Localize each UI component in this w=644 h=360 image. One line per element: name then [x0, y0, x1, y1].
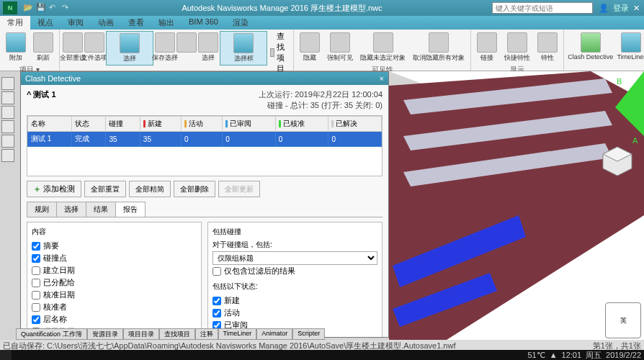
close-icon[interactable]: ✕: [633, 4, 640, 13]
ribbon-选择[interactable]: 选择: [198, 31, 218, 64]
qat-open-icon[interactable]: 📂: [23, 3, 33, 13]
ribbon-隐藏未选定对象[interactable]: 隐藏未选定对象: [357, 31, 408, 64]
ribbon-强制可见[interactable]: 强制可见: [324, 31, 356, 64]
ribbon-隐藏[interactable]: 隐藏: [297, 31, 323, 64]
ribbon-btn[interactable]: [176, 31, 197, 55]
ribbon-取消隐藏所有对象[interactable]: 取消隐藏所有对象: [410, 31, 468, 64]
zoom-icon[interactable]: [1, 106, 14, 119]
col-header[interactable]: 已解决: [328, 117, 382, 132]
dock-tab-Quantification 工作簿[interactable]: Quantification 工作簿: [16, 328, 87, 340]
menu-tab-2[interactable]: 审阅: [61, 16, 91, 30]
panel-titlebar[interactable]: Clash Detective ×: [21, 72, 388, 85]
dock-tab-注释[interactable]: 注释: [195, 328, 218, 340]
ribbon-链接[interactable]: 链接: [474, 31, 500, 64]
tests-table[interactable]: 名称状态碰撞新建活动已审阅已核准已解决 测试 1完成35350000: [27, 115, 383, 176]
menu-tab-4[interactable]: 查看: [121, 16, 151, 30]
chk-活动[interactable]: 活动: [213, 307, 377, 319]
user-icon[interactable]: 👤: [599, 4, 609, 13]
ribbon-文件选项[interactable]: 文件选项: [84, 31, 104, 64]
menu-tab-3[interactable]: 动画: [91, 16, 121, 30]
pan-icon[interactable]: [1, 91, 14, 104]
chk-核准者[interactable]: 核准者: [32, 301, 197, 313]
col-header[interactable]: 新建: [140, 117, 181, 132]
col-header[interactable]: 已审阅: [223, 117, 276, 132]
workspace: B A Clash Detective × ^ 测试 1 上次运行: 2019年…: [0, 71, 644, 340]
app-icon[interactable]: N: [3, 1, 17, 14]
windows-taskbar[interactable]: 51℃ ▲ 12:01 周五 2019/2/22: [0, 350, 644, 360]
ribbon-选择框[interactable]: 选择框: [220, 31, 267, 66]
docked-panel-tabs: Quantification 工作簿资源目录项目目录查找项目注释TimeLine…: [16, 328, 325, 340]
ribbon-TimeLiner[interactable]: TimeLiner: [615, 31, 644, 62]
dock-tab-查找项目[interactable]: 查找项目: [159, 328, 195, 340]
content-fieldset: 内容 摘要碰撞点建立日期已分配给核准日期核准者层名称项目路径项目 ID: [27, 222, 202, 337]
qat-redo-icon[interactable]: ↷: [62, 3, 72, 13]
reset-all-button[interactable]: 全部重置: [84, 181, 126, 197]
menu-tab-6[interactable]: BIM 360: [182, 16, 225, 30]
help-search-input[interactable]: [492, 2, 593, 14]
status-bar: 已自动保存: C:\Users\清浅七七\AppData\Roaming\Aut…: [0, 340, 644, 350]
qat-undo-icon[interactable]: ↶: [49, 3, 59, 13]
dock-tab-项目目录[interactable]: 项目目录: [123, 328, 159, 340]
login-link[interactable]: 登录: [613, 3, 629, 14]
table-row[interactable]: 测试 1完成35350000: [28, 132, 382, 147]
chk-摘要[interactable]: 摘要: [32, 240, 197, 252]
col-header[interactable]: 已核准: [275, 117, 328, 132]
orbit-icon[interactable]: [1, 120, 14, 133]
view-cube[interactable]: [599, 143, 635, 179]
look-icon[interactable]: [1, 135, 14, 148]
subtab-规则[interactable]: 规则: [27, 202, 57, 217]
col-header[interactable]: 状态: [72, 117, 106, 132]
include-fieldset: 包括碰撞 对于碰撞组，包括: 仅限组标题 仅包含过滤后的结果 包括以下状态: 新…: [207, 222, 383, 337]
ribbon-全部重设[interactable]: 全部重设: [63, 31, 83, 64]
dock-tab-Animator[interactable]: Animator: [256, 328, 292, 340]
update-all-button[interactable]: 全部更新: [218, 181, 260, 197]
window-title: Autodesk Navisworks Manage 2016 厚生楼土建模型.…: [72, 3, 492, 14]
dock-tab-Scripter[interactable]: Scripter: [292, 328, 325, 340]
menu-tab-7[interactable]: 渲染: [225, 16, 256, 30]
walk-icon[interactable]: [1, 149, 14, 162]
qat-save-icon[interactable]: 💾: [36, 3, 46, 13]
ribbon-选择[interactable]: 选择: [106, 31, 153, 66]
panel-title: Clash Detective: [25, 74, 81, 83]
subtab-选择[interactable]: 选择: [56, 202, 86, 217]
dock-tab-资源目录[interactable]: 资源目录: [87, 328, 123, 340]
dock-tab-TimeLiner[interactable]: TimeLiner: [218, 328, 257, 340]
subtab-结果[interactable]: 结果: [86, 202, 116, 217]
chk-核准日期[interactable]: 核准日期: [32, 289, 197, 301]
quick-access-toolbar: 📂 💾 ↶ ↷: [23, 3, 72, 13]
col-header[interactable]: 活动: [182, 117, 223, 132]
ribbon-保存选择[interactable]: 保存选择: [155, 31, 175, 64]
ribbon-刷新[interactable]: 刷新: [30, 31, 56, 64]
ribbon-附加[interactable]: 附加: [3, 31, 29, 64]
col-header[interactable]: 碰撞: [106, 117, 140, 132]
add-test-button[interactable]: ＋ 添加检测: [27, 181, 81, 197]
chk-层名称[interactable]: 层名称: [32, 313, 197, 325]
chk-已分配给[interactable]: 已分配给: [32, 276, 197, 289]
menu-tab-5[interactable]: 输出: [151, 16, 182, 30]
system-tray[interactable]: 51℃ ▲ 12:01 周五 2019/2/22: [527, 350, 644, 361]
start-button[interactable]: [0, 350, 12, 360]
ime-avatar[interactable]: 英: [605, 302, 641, 338]
compact-all-button[interactable]: 全部精简: [129, 181, 171, 197]
ribbon-Clash Detective[interactable]: Clash Detective: [567, 31, 614, 62]
nav-toolbar: [1, 77, 14, 162]
col-header[interactable]: 名称: [28, 117, 72, 132]
group-select[interactable]: 仅限组标题: [213, 251, 377, 265]
chk-新建[interactable]: 新建: [213, 294, 377, 307]
ribbon-特性[interactable]: 特性: [535, 31, 560, 64]
svg-text:B: B: [617, 77, 622, 86]
clash-detective-panel: Clash Detective × ^ 测试 1 上次运行: 2019年2月22…: [20, 71, 389, 338]
chk-建立日期[interactable]: 建立日期: [32, 264, 197, 276]
title-bar: N 📂 💾 ↶ ↷ Autodesk Navisworks Manage 201…: [0, 0, 644, 16]
menu-tab-1[interactable]: 视点: [30, 16, 61, 30]
ribbon-快捷特性[interactable]: 快捷特性: [501, 31, 533, 64]
nav-wheel-icon[interactable]: [1, 77, 14, 90]
delete-all-button[interactable]: 全部删除: [174, 181, 215, 197]
subtab-报告[interactable]: 报告: [115, 202, 146, 217]
chk-碰撞点[interactable]: 碰撞点: [32, 252, 197, 264]
ribbon-查找项目[interactable]: 查找项目: [269, 31, 290, 74]
menu-tab-0[interactable]: 常用: [0, 16, 30, 30]
run-meta: 上次运行: 2019年2月22日 12:00:04 碰撞 - 总计: 35 (打…: [259, 89, 383, 111]
filter-checkbox[interactable]: 仅包含过滤后的结果: [213, 265, 377, 277]
panel-close-icon[interactable]: ×: [380, 74, 384, 83]
